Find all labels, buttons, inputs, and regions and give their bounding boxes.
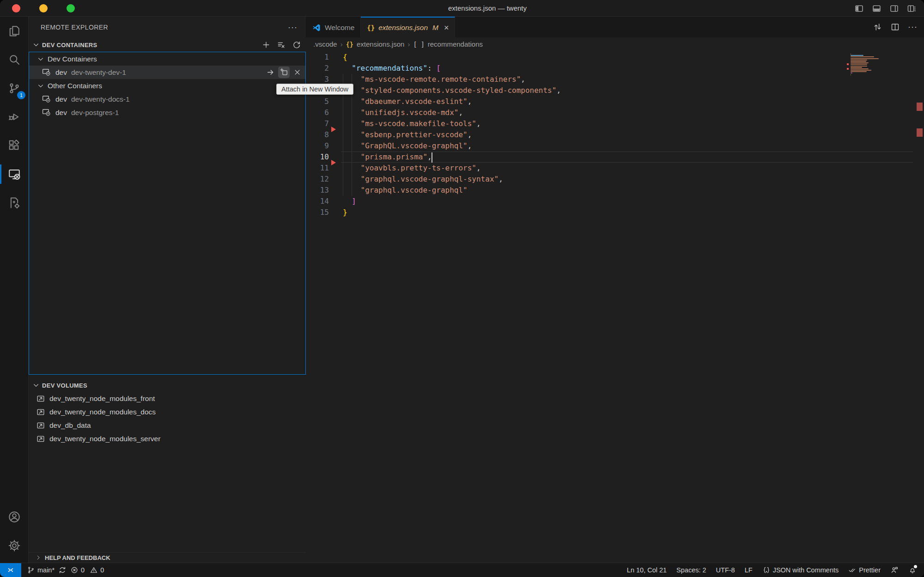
json-braces-icon: {} [367, 24, 375, 31]
feedback-icon[interactable] [890, 566, 899, 574]
toggle-secondary-sidebar-icon[interactable] [889, 4, 899, 13]
toggle-primary-sidebar-icon[interactable] [854, 4, 864, 13]
volume-icon [36, 421, 45, 430]
breadcrumb-folder[interactable]: .vscode [313, 40, 337, 48]
container-row-dev-twenty-docs-1[interactable]: dev dev-twenty-docs-1 [29, 92, 305, 106]
code-line[interactable]: { [341, 52, 913, 63]
code-line[interactable]: "prisma.prisma", [341, 152, 913, 163]
dev-volumes-section-header[interactable]: DEV VOLUMES [29, 379, 306, 392]
open-changes-icon[interactable] [873, 22, 882, 32]
cursor-position-status[interactable]: Ln 10, Col 21 [627, 566, 667, 574]
help-and-feedback-section-header[interactable]: HELP AND FEEDBACK [29, 552, 306, 563]
tab-extensions-json[interactable]: {} extensions.json M × [361, 17, 455, 37]
gutter-marker-icon [331, 160, 336, 165]
line-number: 7 [306, 118, 329, 129]
code-line[interactable]: ] [341, 196, 913, 207]
code-line[interactable]: "GraphQL.vscode-graphql", [341, 140, 913, 152]
clear-list-icon[interactable] [277, 40, 286, 49]
volume-row[interactable]: dev_twenty_node_modules_front [29, 392, 306, 405]
explorer-icon[interactable] [0, 17, 29, 45]
breadcrumbs: .vscode › {} extensions.json › [ ] recom… [306, 37, 924, 51]
branch-status[interactable]: main* [27, 566, 55, 574]
more-actions-icon[interactable]: ··· [908, 22, 918, 32]
warning-icon [90, 566, 98, 574]
accounts-icon[interactable] [0, 503, 29, 531]
sync-changes-button[interactable] [58, 566, 67, 574]
refresh-icon[interactable] [292, 40, 301, 49]
split-editor-icon[interactable] [890, 22, 900, 32]
encoding-status[interactable]: UTF-8 [716, 566, 735, 574]
minimap[interactable] [847, 54, 880, 76]
code-editor[interactable]: 123456789101112131415 { "recommendations… [306, 51, 924, 563]
container-row-dev-twenty-dev-1[interactable]: dev dev-twenty-dev-1 [29, 66, 305, 79]
sidebar-header: REMOTE EXPLORER ··· [29, 17, 306, 38]
source-control-icon[interactable]: 1 [0, 74, 29, 103]
remote-explorer-icon[interactable] [0, 160, 29, 188]
code-line[interactable]: "dbaeumer.vscode-eslint", [341, 96, 913, 107]
attach-arrow-icon[interactable] [266, 68, 275, 77]
minimap-line [851, 58, 879, 59]
error-icon [70, 566, 79, 574]
code-line[interactable]: "graphql.vscode-graphql" [341, 185, 913, 196]
minimap-line [851, 54, 851, 55]
code-line[interactable]: "ms-vscode-remote.remote-containers", [341, 74, 913, 85]
container-tools-icon[interactable] [0, 188, 29, 217]
code-line[interactable]: "graphql.vscode-graphql-syntax", [341, 174, 913, 185]
run-debug-icon[interactable] [0, 103, 29, 131]
volume-row[interactable]: dev_twenty_node_modules_server [29, 432, 306, 445]
code-line[interactable]: "ms-vscode.makefile-tools", [341, 118, 913, 129]
close-window-button[interactable] [12, 4, 20, 12]
notifications-bell-icon[interactable] [908, 566, 917, 574]
volume-row[interactable]: dev_db_data [29, 419, 306, 432]
code-line[interactable]: "esbenp.prettier-vscode", [341, 129, 913, 140]
extensions-icon[interactable] [0, 131, 29, 160]
sidebar-title: REMOTE EXPLORER [41, 24, 108, 31]
vscode-logo-icon [312, 23, 321, 32]
sidebar-more-actions-icon[interactable]: ··· [288, 23, 298, 32]
settings-gear-icon[interactable] [0, 531, 29, 560]
close-tab-icon[interactable]: × [444, 24, 449, 32]
breadcrumb-file[interactable]: extensions.json [357, 40, 404, 48]
overview-ruler-mark [917, 103, 923, 111]
check-all-icon [848, 566, 857, 574]
volume-icon [36, 394, 45, 403]
code-line[interactable]: "yoavbls.pretty-ts-errors", [341, 163, 913, 174]
line-number: 11 [306, 163, 329, 174]
line-number: 15 [306, 207, 329, 218]
tree-group-dev-containers[interactable]: Dev Containers [29, 52, 305, 66]
tree-group-other-containers[interactable]: Other Containers [29, 79, 305, 92]
line-number: 13 [306, 185, 329, 196]
minimap-line [851, 74, 851, 75]
code-line[interactable]: "recommendations": [ [341, 63, 913, 74]
minimize-window-button[interactable] [39, 4, 48, 12]
traffic-lights [12, 4, 75, 12]
container-row-dev-postgres-1[interactable]: dev dev-postgres-1 [29, 106, 305, 119]
status-right: Ln 10, Col 21 Spaces: 2 UTF-8 LF JSON wi… [627, 566, 917, 574]
dev-containers-section-header[interactable]: DEV CONTAINERS [29, 38, 306, 52]
line-number: 8 [306, 129, 329, 140]
activity-bar: 1 [0, 17, 29, 563]
attach-new-window-icon[interactable] [278, 67, 290, 78]
formatter-status[interactable]: Prettier [848, 566, 881, 574]
problems-status[interactable]: 0 0 [70, 566, 104, 574]
eol-status[interactable]: LF [745, 566, 753, 574]
new-container-plus-icon[interactable] [261, 40, 271, 49]
code-line[interactable]: "unifiedjs.vscode-mdx", [341, 107, 913, 118]
search-icon[interactable] [0, 45, 29, 74]
remove-container-icon[interactable] [293, 68, 302, 77]
customize-layout-icon[interactable] [907, 4, 917, 13]
code-line[interactable]: "styled-components.vscode-styled-compone… [341, 85, 913, 96]
zoom-window-button[interactable] [67, 4, 75, 12]
language-mode-status[interactable]: JSON with Comments [762, 566, 839, 574]
line-number: 6 [306, 107, 329, 118]
indentation-status[interactable]: Spaces: 2 [676, 566, 706, 574]
breadcrumb-symbol[interactable]: recommendations [428, 40, 483, 48]
code-line[interactable]: } [341, 207, 913, 218]
minimap-line [851, 73, 852, 73]
volume-row[interactable]: dev_twenty_node_modules_docs [29, 405, 306, 419]
chevron-down-icon [37, 55, 44, 63]
tab-welcome[interactable]: Welcome [306, 17, 361, 37]
gutter-marker-icon [331, 127, 336, 132]
remote-indicator[interactable] [0, 563, 21, 577]
toggle-panel-icon[interactable] [872, 4, 881, 13]
